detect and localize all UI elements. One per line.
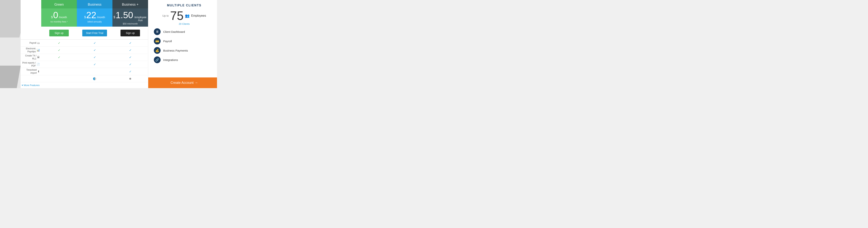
cta-row: Sign up Start Free Trial Sign up [21, 27, 148, 39]
feature-label-reports: Print reports / PDF 📄 [21, 61, 41, 67]
payroll-icon: 🗂 [37, 41, 40, 45]
price-sup-blue: $ [84, 16, 86, 19]
payroll-check-dark: ✓ [113, 41, 148, 45]
feature-rows: Payroll 🗂 ✓ ✓ ✓ Electronic Payslips 📊 ✓ … [21, 39, 148, 82]
timesheet-text: Timesheet import [21, 68, 37, 75]
payroll-check-green: ✓ [41, 41, 77, 45]
price-sub-green: no monthly fees ˢ [42, 21, 76, 23]
cta-cell-green: Sign up [41, 29, 77, 37]
reports-icon: 📄 [36, 63, 40, 66]
t4-icon: 🏛 [37, 56, 40, 59]
extra-cell-blue [77, 77, 113, 80]
t4-check-dark: ✓ [113, 56, 148, 59]
mc-employees: Up to 75 👥 Employees [154, 10, 215, 22]
feature-row-reports: Print reports / PDF 📄 ✓ ✓ [21, 61, 148, 68]
mc-feature-dashboard: 🖥 Client Dashboard [154, 28, 215, 35]
signup-button-green[interactable]: Sign up [49, 30, 69, 36]
price-sup-green: $ [51, 16, 53, 19]
payslips-text: Electronic Payslips [21, 47, 36, 53]
plan-label-spacer [21, 0, 41, 8]
pricing-cell-green: $ 0 /month no monthly fees ˢ [41, 8, 77, 27]
create-account-button[interactable]: Create Account → [148, 78, 217, 88]
multiple-clients-panel: MULTIPLE CLIENTS Up to 75 👥 Employees 20… [148, 0, 217, 88]
mc-employees-icon: 👥 [185, 13, 190, 18]
mc-features-list: 🖥 Client Dashboard 💳 Payroll 💰 Business … [154, 28, 215, 75]
feature-label-payslips: Electronic Payslips 📊 [21, 47, 41, 53]
cta-cell-blue: Start Free Trial [77, 29, 113, 37]
cta-label-spacer [21, 29, 41, 37]
feature-row-timesheet: Timesheet import ⬇ ✓ [21, 68, 148, 75]
dashboard-icon: 🖥 [154, 28, 161, 35]
mc-title: MULTIPLE CLIENTS [154, 4, 215, 7]
reports-check-dark: ✓ [113, 63, 148, 66]
price-main-blue: 22 [86, 11, 96, 20]
feature-label-t4: Create T4 / RL1 🏛 [21, 54, 41, 60]
price-main-green: 0 [53, 11, 58, 20]
mc-feature-payroll: 💳 Payroll [154, 38, 215, 45]
t4-check-blue: ✓ [77, 56, 113, 59]
timesheet-icon: ⬇ [37, 70, 40, 73]
mc-clients-count: 20 Clients [154, 23, 215, 25]
cta-cell-dark: Sign up [113, 29, 148, 37]
dashboard-text: Client Dashboard [163, 30, 185, 33]
feature-label-payroll: Payroll 🗂 [21, 41, 41, 45]
pricing-cell-blue: $ 22 /month billed annually [77, 8, 113, 27]
mc-feature-payments: 💰 Business Payments [154, 47, 215, 54]
page-wrapper: Green Business Business + $ 0 /month no … [0, 0, 217, 88]
mc-payroll-text: Payroll [163, 39, 172, 43]
half-moon-icon [93, 77, 96, 80]
mc-upto: Up to [162, 14, 169, 17]
dot-icon [129, 78, 131, 80]
price-per-green: /month [59, 16, 67, 19]
payroll-check-blue: ✓ [77, 41, 113, 45]
payments-icon: 💰 [154, 47, 161, 54]
payroll-text: Payroll [29, 41, 36, 45]
price-line-green: $ 0 /month [42, 11, 76, 20]
integrations-icon: 🔗 [154, 56, 161, 63]
price-per-blue: /month [97, 16, 105, 19]
t4-check-green: ✓ [41, 56, 77, 59]
feature-row-payslips: Electronic Payslips 📊 ✓ ✓ ✓ [21, 47, 148, 54]
feature-label-timesheet: Timesheet import ⬇ [21, 68, 41, 75]
price-line-dark: $ 1.50 /employee /run [114, 11, 147, 22]
mc-number: 75 [170, 10, 183, 22]
mc-feature-integrations: 🔗 Integrations [154, 56, 215, 63]
plan-name-dark: Business + [122, 3, 139, 6]
extra-cell-dark [113, 77, 148, 80]
price-per-dark: /employee /run [134, 16, 147, 22]
payslips-check-blue: ✓ [77, 48, 113, 52]
pricing-label-spacer [21, 8, 41, 27]
more-features-button[interactable]: ▾ More Features [22, 84, 39, 87]
price-sup-dark: $ [114, 16, 115, 19]
mc-payroll-icon: 💳 [154, 38, 161, 45]
pricing-row: $ 0 /month no monthly fees ˢ $ 22 /month… [21, 8, 148, 27]
plan-col-dark: Business + [113, 0, 148, 8]
price-sub-dark: $50 min/month [114, 23, 147, 25]
feature-row-payroll: Payroll 🗂 ✓ ✓ ✓ [21, 39, 148, 47]
feature-row-extra [21, 75, 148, 82]
price-line-blue: $ 22 /month [78, 11, 111, 20]
pricing-cell-dark: $ 1.50 /employee /run $50 min/month [113, 8, 148, 27]
price-main-dark: 1.50 [116, 11, 133, 20]
pricing-table: Green Business Business + $ 0 /month no … [21, 0, 148, 88]
plan-name-blue: Business [88, 3, 101, 6]
feature-row-t4: Create T4 / RL1 🏛 ✓ ✓ ✓ [21, 54, 148, 61]
timesheet-check-dark: ✓ [113, 70, 148, 73]
plan-col-blue: Business [77, 0, 113, 8]
more-features-row: ▾ More Features [21, 82, 148, 88]
t4-text: Create T4 / RL1 [21, 54, 36, 60]
payments-text: Business Payments [163, 49, 188, 52]
signup-button-dark[interactable]: Sign up [121, 30, 140, 36]
payslips-icon: 📊 [36, 48, 40, 52]
free-trial-button-blue[interactable]: Start Free Trial [82, 30, 107, 36]
integrations-text: Integrations [163, 58, 178, 61]
left-decoration [0, 0, 21, 88]
plan-col-green: Green [41, 0, 77, 8]
plan-name-green: Green [54, 3, 64, 6]
mc-employees-label: Employees [191, 14, 206, 18]
reports-text: Print reports / PDF [21, 61, 36, 67]
price-sub-blue: billed annually [78, 21, 111, 23]
payslips-check-dark: ✓ [113, 48, 148, 52]
reports-check-blue: ✓ [77, 63, 113, 66]
plan-headers: Green Business Business + [21, 0, 148, 8]
